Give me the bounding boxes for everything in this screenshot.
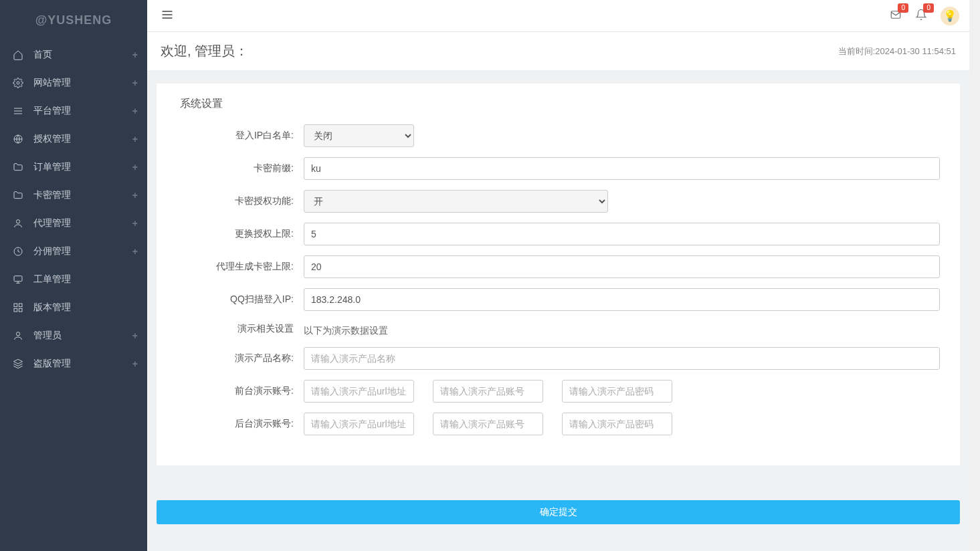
- layers-icon: [12, 358, 24, 370]
- input-back-demo-password[interactable]: [562, 413, 672, 435]
- label-demo-product-name: 演示产品名称:: [177, 352, 304, 364]
- plus-icon: +: [132, 134, 138, 144]
- plus-icon: +: [132, 218, 138, 229]
- mail-button[interactable]: 0: [890, 9, 902, 23]
- sidebar-item-11[interactable]: 盗版管理+: [0, 350, 147, 378]
- plus-icon: +: [132, 78, 138, 88]
- sidebar-item-6[interactable]: 代理管理+: [0, 209, 147, 237]
- input-back-demo-url[interactable]: [304, 413, 414, 435]
- monitor-icon: [12, 273, 24, 286]
- sidebar-item-7[interactable]: 分佣管理+: [0, 237, 147, 265]
- plus-icon: +: [132, 162, 138, 173]
- submit-button[interactable]: 确定提交: [157, 500, 960, 524]
- sidebar-item-4[interactable]: 订单管理+: [0, 153, 147, 181]
- sidebar-item-label: 工单管理: [33, 273, 71, 286]
- label-card-auth-func: 卡密授权功能:: [177, 195, 304, 207]
- plus-icon: +: [132, 330, 138, 341]
- sidebar-item-2[interactable]: 平台管理+: [0, 97, 147, 125]
- sidebar-item-1[interactable]: 网站管理+: [0, 69, 147, 97]
- plus-icon: +: [132, 358, 138, 369]
- svg-rect-12: [19, 304, 22, 307]
- content-panel: 系统设置 登入IP白名单: 关闭开启 卡密前缀: 卡密授权功能: 开关: [157, 84, 960, 465]
- sidebar-item-0[interactable]: 首页+: [0, 41, 147, 69]
- sidebar-item-label: 平台管理: [33, 105, 71, 117]
- svg-rect-8: [14, 276, 22, 282]
- bell-button[interactable]: 0: [915, 9, 927, 23]
- sidebar-item-label: 订单管理: [33, 161, 71, 173]
- input-agent-gen-limit[interactable]: [304, 255, 940, 278]
- sidebar-item-label: 管理员: [33, 330, 62, 342]
- sidebar: @YUSHENG 首页+网站管理+平台管理+授权管理+订单管理+卡密管理+代理管…: [0, 0, 147, 551]
- label-demo-section: 演示相关设置: [177, 323, 304, 335]
- sidebar-menu: 首页+网站管理+平台管理+授权管理+订单管理+卡密管理+代理管理+分佣管理+工单…: [0, 41, 147, 378]
- sidebar-item-label: 授权管理: [33, 133, 71, 145]
- input-front-demo-password[interactable]: [562, 380, 672, 403]
- home-icon: [12, 49, 24, 61]
- brand-logo: @YUSHENG: [0, 0, 147, 41]
- select-card-auth-func[interactable]: 开关: [304, 190, 608, 213]
- list-icon: [12, 105, 24, 117]
- sidebar-item-label: 分佣管理: [33, 245, 71, 257]
- folder-icon: [12, 189, 24, 201]
- panel-title: 系统设置: [177, 97, 940, 111]
- label-front-demo: 前台演示账号:: [177, 385, 304, 397]
- sidebar-item-label: 盗版管理: [33, 358, 71, 370]
- input-back-demo-account[interactable]: [433, 413, 543, 435]
- plus-icon: +: [132, 106, 138, 116]
- label-card-prefix: 卡密前缀:: [177, 162, 304, 175]
- bell-badge: 0: [923, 3, 934, 13]
- sidebar-item-5[interactable]: 卡密管理+: [0, 181, 147, 209]
- scrollbar-track[interactable]: [969, 0, 980, 551]
- avatar[interactable]: 💡: [941, 7, 959, 25]
- input-front-demo-url[interactable]: [304, 380, 414, 403]
- label-qq-login-ip: QQ扫描登入IP:: [177, 294, 304, 306]
- welcome-title: 欢迎, 管理员：: [161, 42, 248, 60]
- sidebar-item-label: 代理管理: [33, 217, 71, 229]
- svg-point-15: [16, 332, 19, 336]
- svg-point-0: [17, 82, 19, 84]
- welcome-bar: 欢迎, 管理员： 当前时间:2024-01-30 11:54:51: [147, 32, 969, 70]
- svg-point-6: [16, 220, 19, 223]
- plus-icon: +: [132, 49, 138, 60]
- label-ip-whitelist: 登入IP白名单:: [177, 130, 304, 142]
- sidebar-item-8[interactable]: 工单管理: [0, 265, 147, 294]
- sidebar-item-label: 首页: [33, 49, 52, 61]
- sidebar-item-label: 卡密管理: [33, 189, 71, 201]
- input-change-auth-limit[interactable]: [304, 223, 940, 245]
- plus-icon: +: [132, 246, 138, 257]
- user-icon: [12, 330, 24, 342]
- svg-marker-16: [13, 359, 22, 364]
- label-agent-gen-limit: 代理生成卡密上限:: [177, 261, 304, 273]
- label-change-auth-limit: 更换授权上限:: [177, 228, 304, 240]
- topbar: 0 0 💡: [147, 0, 969, 32]
- select-ip-whitelist[interactable]: 关闭开启: [304, 124, 414, 147]
- sidebar-item-10[interactable]: 管理员+: [0, 322, 147, 350]
- input-card-prefix[interactable]: [304, 157, 940, 180]
- menu-toggle-button[interactable]: [157, 5, 177, 27]
- gear-icon: [12, 77, 24, 89]
- mail-badge: 0: [898, 3, 908, 13]
- sidebar-item-3[interactable]: 授权管理+: [0, 125, 147, 153]
- globe-icon: [12, 133, 24, 145]
- sidebar-item-label: 网站管理: [33, 77, 71, 89]
- svg-rect-14: [19, 308, 22, 312]
- svg-rect-13: [14, 308, 17, 312]
- input-front-demo-account[interactable]: [433, 380, 543, 403]
- input-qq-login-ip[interactable]: [304, 288, 940, 311]
- plus-icon: +: [132, 190, 138, 201]
- sidebar-item-label: 版本管理: [33, 302, 71, 314]
- current-time: 当前时间:2024-01-30 11:54:51: [838, 45, 956, 58]
- svg-rect-11: [14, 304, 17, 307]
- sidebar-item-9[interactable]: 版本管理: [0, 294, 147, 322]
- folder-icon: [12, 161, 24, 173]
- clock-icon: [12, 245, 24, 257]
- label-back-demo: 后台演示账号:: [177, 418, 304, 430]
- grid-icon: [12, 302, 24, 314]
- demo-section-note: 以下为演示数据设置: [304, 321, 388, 337]
- main-area: 0 0 💡 欢迎, 管理员： 当前时间:2024-01-30 11:54:51 …: [147, 0, 969, 551]
- input-demo-product-name[interactable]: [304, 347, 940, 370]
- user-icon: [12, 217, 24, 229]
